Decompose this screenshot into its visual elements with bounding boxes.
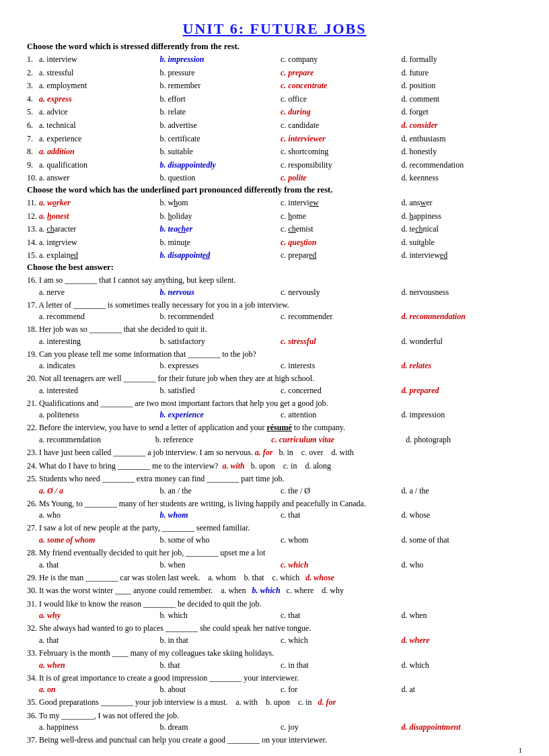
question-7: 7. a. experience b. certificate c. inter… [27, 133, 522, 145]
question-27: 27. I saw a lot of new people at the par… [27, 522, 522, 535]
question-22-answers: a. recommendation b. reference c. curric… [27, 435, 522, 445]
question-28: 28. My friend eventually decided to quit… [27, 547, 522, 559]
question-10: 10. a. answer b. question c. polite d. k… [27, 172, 522, 184]
question-25-answers: a. Ø / a b. an / the c. the / Ø d. a / t… [27, 486, 522, 496]
page-number: 1 [519, 746, 523, 754]
question-33: 33. February is the month ____ many of m… [27, 647, 522, 660]
question-18-answers: a. interesting b. satisfactory c. stress… [27, 337, 522, 347]
question-29: 29. He is the man ________ car was stole… [27, 572, 522, 584]
question-28-answers: a. that b. when c. which d. who [27, 560, 522, 570]
page-title: UNIT 6: FUTURE JOBS [27, 20, 522, 38]
question-17-answers: a. recommend b. recommended c. recommend… [27, 312, 522, 322]
question-20: 20. Not all teenagers are well ________ … [27, 372, 522, 385]
question-5: 5. a. advice b. relate c. during d. forg… [27, 106, 522, 118]
question-13: 13. a. character b. teacher c. chemist d… [27, 223, 522, 236]
question-23: 23. I have just been called ________ a j… [27, 446, 522, 459]
question-20-answers: a. interested b. satisfied c. concerned … [27, 386, 522, 396]
question-32: 32. She always had wanted to go to place… [27, 622, 522, 635]
question-27-answers: a. some of whom b. some of who c. whom d… [27, 535, 522, 545]
question-6: 6. a. technical b. advertise c. candidat… [27, 119, 522, 132]
question-36: 36. To my ________, I was not offered th… [27, 710, 522, 722]
question-32-answers: a. that b. in that c. which d. where [27, 635, 522, 646]
question-24: 24. What do I have to bring ________ me … [27, 460, 522, 473]
question-33-answers: a. when b. that c. in that d. which [27, 660, 522, 671]
section3-instruction: Choose the best answer: [27, 263, 522, 273]
question-12: 12. a. honest b. holiday c. home d. happ… [27, 210, 522, 223]
question-30: 30. It was the worst winter ____ anyone … [27, 584, 522, 597]
question-31-answers: a. why b. which c. that d. when [27, 611, 522, 621]
question-31: 31. I would like to know the reason ____… [27, 598, 522, 611]
question-22: 22. Before the interview, you have to se… [27, 421, 522, 434]
question-36-answers: a. happiness b. dream c. joy d. disappoi… [27, 722, 522, 732]
question-21: 21. Qualifications and ________ are two … [27, 397, 522, 410]
question-21-answers: a. politeness b. experience c. attention… [27, 410, 522, 420]
question-26: 26. Ms Young, to ________ many of her st… [27, 497, 522, 510]
question-34-answers: a. on b. about c. for d. at [27, 685, 522, 695]
question-16-answers: a. nerve b. nervous c. nervously d. nerv… [27, 287, 522, 298]
question-11: 11. a. worker b. whom c. interview d. an… [27, 197, 522, 209]
question-8: 8. a. addition b. suitable c. shortcomin… [27, 145, 522, 158]
question-3: 3. a. employment b. remember c. concentr… [27, 79, 522, 92]
question-15: 15. a. explained b. disappointed c. prep… [27, 249, 522, 262]
question-35: 35. Good preparations ________ your job … [27, 696, 522, 709]
section2-instruction: Choose the word which has the underlined… [27, 185, 522, 195]
question-26-answers: a. who b. whom c. that d. whose [27, 510, 522, 520]
question-19-answers: a. indicates b. expresses c. interests d… [27, 361, 522, 371]
question-9: 9. a. qualification b. disappointedly c.… [27, 159, 522, 172]
question-25: 25. Students who need ________ extra mon… [27, 473, 522, 485]
question-17: 17. A letter of ________ is sometimes re… [27, 299, 522, 312]
question-14: 14. a. interview b. minute c. question d… [27, 236, 522, 249]
question-2: 2. a. stressful b. pressure c. prepare d… [27, 67, 522, 79]
question-18: 18. Her job was so ________ that she dec… [27, 323, 522, 336]
question-34: 34. It is of great importance to create … [27, 672, 522, 685]
question-1: 1. a. interview b. impression c. company… [27, 53, 522, 66]
question-16: 16. I am so ________ that I cannot say a… [27, 274, 522, 287]
question-4: 4. a. express b. effort c. office d. com… [27, 93, 522, 106]
question-19: 19. Can you please tell me some informat… [27, 348, 522, 361]
question-37: 37. Being well-dress and punctual can he… [27, 734, 522, 747]
section1-instruction: Choose the word which is stressed differ… [27, 42, 522, 52]
